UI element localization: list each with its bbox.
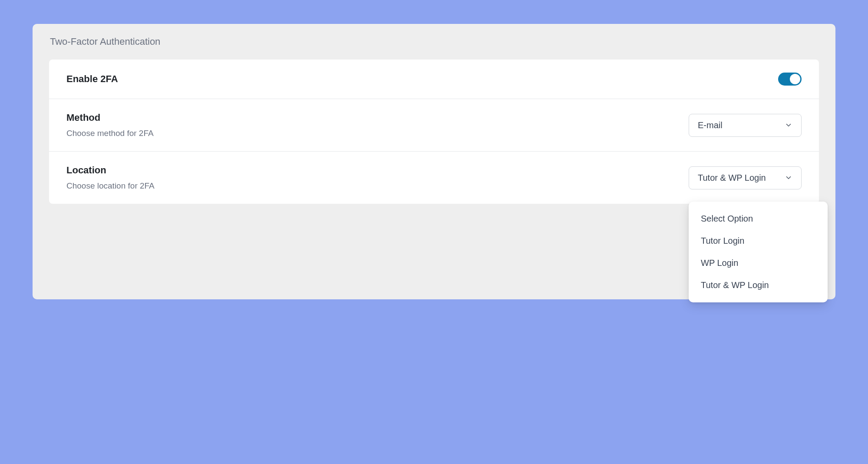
location-option-wp-login[interactable]: WP Login [689,252,828,274]
row-method: Method Choose method for 2FA E-mail [49,99,819,152]
method-select-value: E-mail [698,120,723,130]
enable-2fa-toggle[interactable] [778,73,802,86]
settings-panel: Two-Factor Authentication Enable 2FA Met… [33,24,835,299]
chevron-down-icon [785,174,792,182]
location-select[interactable]: Tutor & WP Login [689,166,802,189]
location-label: Location [66,165,155,176]
location-option-select-option[interactable]: Select Option [689,208,828,230]
row-enable-text: Enable 2FA [66,73,118,85]
location-select-value: Tutor & WP Login [698,173,766,183]
location-description: Choose location for 2FA [66,181,155,191]
row-method-text: Method Choose method for 2FA [66,112,154,138]
enable-2fa-label: Enable 2FA [66,73,118,85]
chevron-down-icon [785,121,792,129]
method-description: Choose method for 2FA [66,129,154,138]
row-location-text: Location Choose location for 2FA [66,165,155,191]
row-location: Location Choose location for 2FA Tutor &… [49,152,819,204]
location-option-tutor-wp-login[interactable]: Tutor & WP Login [689,274,828,296]
location-option-tutor-login[interactable]: Tutor Login [689,230,828,252]
panel-title: Two-Factor Authentication [50,36,819,47]
row-enable-2fa: Enable 2FA [49,60,819,99]
method-label: Method [66,112,154,123]
toggle-knob [790,74,800,84]
method-select[interactable]: E-mail [689,114,802,137]
settings-card: Enable 2FA Method Choose method for 2FA … [49,60,819,204]
location-dropdown: Select Option Tutor Login WP Login Tutor… [689,202,828,302]
